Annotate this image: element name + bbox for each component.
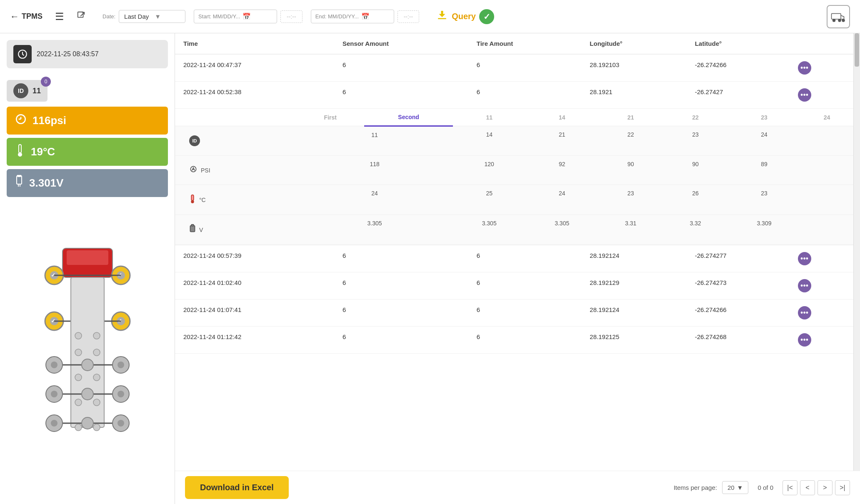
date-value: Last Day — [124, 13, 149, 20]
hamburger-icon[interactable]: ☰ — [55, 11, 64, 22]
more-button[interactable]: ••• — [798, 252, 811, 265]
timestamp-bar: 2022-11-25 08:43:57 — [7, 40, 168, 68]
svg-rect-11 — [18, 175, 21, 177]
vehicle-icon-button[interactable] — [827, 5, 850, 28]
external-link-icon[interactable] — [77, 11, 86, 22]
volt-icon — [14, 175, 24, 191]
svg-point-4 — [838, 19, 841, 22]
cell-time: 2022-11-24 01:07:41 — [175, 299, 334, 327]
cell-sensor: 6 — [334, 327, 468, 354]
inner-label-temp: °C — [175, 185, 296, 215]
cell-longitude: 28.1921 — [581, 82, 686, 109]
page-count: 0 of 0 — [758, 484, 773, 491]
more-button[interactable]: ••• — [798, 61, 811, 75]
inner-label-id: ID — [175, 126, 296, 156]
back-arrow-icon: ← — [10, 11, 19, 22]
inner-temp-label: °C — [199, 197, 206, 203]
svg-rect-2 — [832, 13, 841, 19]
table-container[interactable]: Time Sensor Amount Tire Amount Longitude… — [175, 33, 860, 471]
cell-latitude: -26.274273 — [687, 272, 790, 299]
table-row[interactable]: 2022-11-24 00:47:37 6 6 28.192103 -26.27… — [175, 54, 853, 82]
start-label: Start: MM/DD/Y... — [198, 13, 240, 20]
inner-temp-val: 23 — [598, 185, 663, 215]
inner-tab-second[interactable]: Second — [364, 109, 453, 126]
scrollbar[interactable] — [853, 33, 860, 471]
col-longitude: Longitude° — [581, 33, 686, 54]
cell-latitude: -26.274266 — [687, 299, 790, 327]
inner-id-row: ID 111421222324 — [175, 126, 853, 156]
more-button[interactable]: ••• — [798, 306, 811, 319]
cell-time: 2022-11-24 00:52:38 — [175, 82, 334, 109]
last-page-button[interactable]: >| — [835, 480, 850, 495]
table-row[interactable]: 2022-11-24 00:52:38 6 6 28.1921 -26.2742… — [175, 82, 853, 109]
id-icon: ID — [13, 83, 28, 98]
svg-point-48 — [93, 332, 100, 339]
inner-volt-label: V — [199, 227, 203, 233]
start-time-field[interactable]: --:-- — [280, 10, 302, 23]
volt-card: 3.301V — [7, 169, 168, 197]
inner-label-psi: PSI — [175, 156, 296, 185]
pagination-buttons: |< < > >| — [782, 480, 850, 495]
clock-icon — [13, 45, 32, 63]
svg-point-3 — [833, 19, 835, 22]
cell-longitude: 28.192129 — [581, 272, 686, 299]
more-button[interactable]: ••• — [798, 333, 811, 347]
cell-more: ••• — [790, 272, 853, 299]
cell-time: 2022-11-24 00:47:37 — [175, 54, 334, 82]
inner-psi-val: 89 — [728, 156, 801, 185]
cell-longitude: 28.192124 — [581, 245, 686, 272]
cell-longitude: 28.192103 — [581, 54, 686, 82]
end-time-field[interactable]: --:-- — [398, 10, 420, 23]
query-button[interactable]: Query ✓ — [436, 9, 494, 24]
query-download-icon — [436, 9, 448, 24]
svg-point-40 — [51, 391, 58, 397]
query-check-icon: ✓ — [479, 9, 494, 24]
inner-volt-val: 3.305 — [453, 215, 526, 245]
date-selector[interactable]: Last Day ▼ — [119, 10, 185, 23]
inner-tab-first[interactable]: First — [296, 109, 364, 126]
items-per-page-value: 20 — [728, 484, 735, 491]
left-panel: 2022-11-25 08:43:57 0 ID 11 — [0, 33, 175, 504]
first-page-button[interactable]: |< — [782, 480, 798, 495]
table-body: 2022-11-24 00:47:37 6 6 28.192103 -26.27… — [175, 54, 853, 354]
scroll-thumb[interactable] — [855, 33, 859, 67]
cell-more: ••• — [790, 82, 853, 109]
inner-temp-val: 24 — [525, 185, 598, 215]
svg-point-34 — [82, 417, 93, 429]
start-calendar-icon[interactable]: 📅 — [242, 12, 251, 20]
back-button[interactable]: ← TPMS — [10, 11, 42, 22]
end-label: End: MM/DD/YY... — [315, 13, 359, 20]
id-row: 0 ID 11 — [7, 80, 168, 102]
more-button[interactable]: ••• — [798, 279, 811, 292]
cell-longitude: 28.192125 — [581, 327, 686, 354]
table-row[interactable]: 2022-11-24 01:02:40 6 6 28.192129 -26.27… — [175, 272, 853, 299]
inner-col-id-21: 21 — [598, 109, 663, 126]
prev-page-button[interactable]: < — [800, 480, 815, 495]
svg-point-56 — [93, 424, 100, 431]
inner-psi-val: 90 — [598, 156, 663, 185]
inner-volt-val: 3.305 — [525, 215, 598, 245]
volt-value: 3.301V — [29, 177, 63, 190]
temp-icon — [14, 144, 26, 160]
end-calendar-icon[interactable]: 📅 — [361, 12, 370, 20]
psi-card: 116psi — [7, 107, 168, 135]
id-badge-wrapper: 0 ID 11 — [7, 80, 48, 102]
cell-time: 2022-11-24 00:57:39 — [175, 245, 334, 272]
items-per-page-select[interactable]: 20 ▼ — [722, 481, 749, 494]
vehicle-diagram: ✓ ✓ ✓ ✓ — [0, 200, 175, 504]
table-row[interactable]: 2022-11-24 00:57:39 6 6 28.192124 -26.27… — [175, 245, 853, 272]
inner-volt-val: 3.32 — [663, 215, 728, 245]
next-page-button[interactable]: > — [818, 480, 832, 495]
inner-temp-val: 25 — [453, 185, 526, 215]
svg-point-44 — [51, 420, 58, 427]
start-date-field[interactable]: Start: MM/DD/Y... 📅 — [194, 10, 277, 23]
download-excel-button[interactable]: Download in Excel — [185, 476, 289, 499]
table-header-row: Time Sensor Amount Tire Amount Longitude… — [175, 33, 853, 54]
timestamp-text: 2022-11-25 08:43:57 — [37, 50, 99, 58]
table-row[interactable]: 2022-11-24 01:07:41 6 6 28.192124 -26.27… — [175, 299, 853, 327]
more-button[interactable]: ••• — [798, 88, 811, 102]
table-row[interactable]: 2022-11-24 01:12:42 6 6 28.192125 -26.27… — [175, 327, 853, 354]
end-date-field[interactable]: End: MM/DD/YY... 📅 — [311, 10, 394, 23]
inner-header-row: FirstSecond111421222324 — [175, 109, 853, 126]
cell-sensor: 6 — [334, 272, 468, 299]
